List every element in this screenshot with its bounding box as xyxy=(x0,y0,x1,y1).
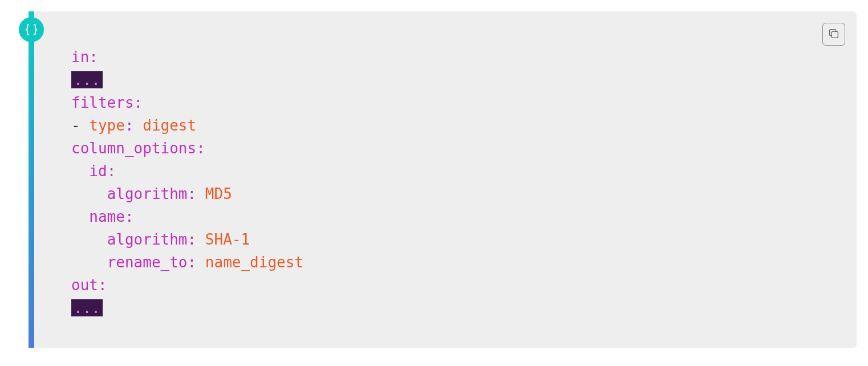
code-token: algorithm xyxy=(107,231,188,248)
code-token: ... xyxy=(71,71,103,88)
code-line: column_options: xyxy=(71,137,817,160)
svg-rect-0 xyxy=(832,31,838,38)
code-token: : xyxy=(89,48,98,66)
code-line: - type: digest xyxy=(71,114,817,137)
code-block-wrapper: in:...filters:- type: digestcolumn_optio… xyxy=(29,11,857,348)
code-token: : xyxy=(107,162,116,180)
code-token: : xyxy=(188,185,197,202)
code-token xyxy=(196,254,205,271)
code-token: in xyxy=(71,48,89,66)
code-token xyxy=(196,185,205,202)
code-block: in:...filters:- type: digestcolumn_optio… xyxy=(29,11,857,348)
code-token: out xyxy=(71,276,98,294)
code-token: : xyxy=(134,94,143,111)
code-line: algorithm: MD5 xyxy=(71,182,817,205)
code-token: name xyxy=(89,208,125,225)
code-line: out: xyxy=(71,274,817,296)
code-token xyxy=(134,117,143,134)
braces-icon xyxy=(19,17,44,42)
code-token: algorithm xyxy=(107,185,188,202)
code-token xyxy=(196,231,205,248)
code-token: digest xyxy=(143,117,196,134)
code-token: name_digest xyxy=(205,254,303,271)
code-line: name: xyxy=(71,205,817,228)
code-token: : xyxy=(125,117,134,134)
code-token: column_options xyxy=(71,140,196,157)
code-token: type xyxy=(89,117,125,134)
code-token: SHA-1 xyxy=(205,231,250,248)
code-line: rename_to: name_digest xyxy=(71,251,817,274)
code-token: - xyxy=(71,117,89,134)
code-line: ... xyxy=(71,296,817,319)
code-content: in:...filters:- type: digestcolumn_optio… xyxy=(71,46,817,319)
code-token: MD5 xyxy=(205,185,232,202)
code-line: id: xyxy=(71,160,817,182)
code-token: : xyxy=(188,254,197,271)
code-line: algorithm: SHA-1 xyxy=(71,228,817,251)
code-token: : xyxy=(125,208,134,225)
code-block-accent-border xyxy=(31,11,34,348)
code-line: in: xyxy=(71,46,817,68)
code-token: : xyxy=(188,231,197,248)
code-line: ... xyxy=(71,68,817,91)
code-token: id xyxy=(89,162,107,180)
code-token: rename_to xyxy=(107,254,188,271)
copy-button[interactable] xyxy=(822,23,845,46)
code-token: filters xyxy=(71,94,134,111)
code-token: ... xyxy=(71,299,103,316)
code-token: : xyxy=(98,276,107,294)
copy-icon xyxy=(828,27,840,42)
code-line: filters: xyxy=(71,91,817,114)
code-token: : xyxy=(196,140,205,157)
